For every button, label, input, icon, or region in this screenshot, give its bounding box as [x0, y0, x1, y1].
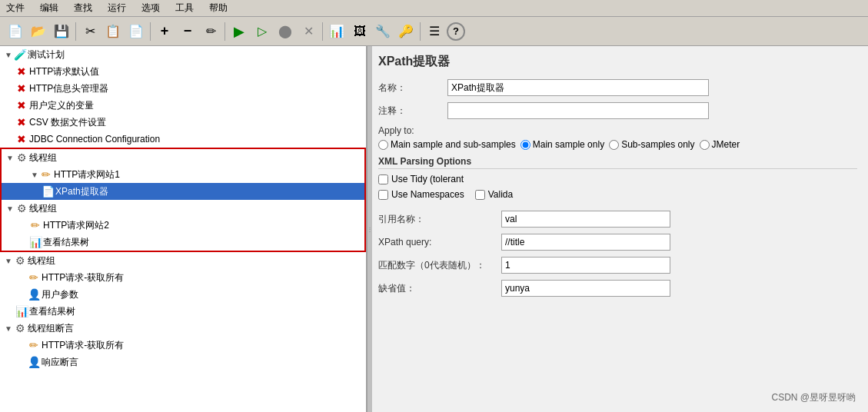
remove-button[interactable]: − [177, 21, 198, 42]
radio-sub-only[interactable]: Sub-samples only [609, 139, 694, 150]
radio-jmeter-input[interactable] [700, 140, 710, 150]
paste-button[interactable]: 📄 [125, 21, 147, 42]
thread-group-3-icon: ⚙ [14, 254, 26, 267]
tree-item-http-default[interactable]: ✖ HTTP请求默认值 [0, 63, 366, 80]
radio-sub-only-input[interactable] [609, 140, 619, 150]
http-site1-collapse-icon[interactable]: ▼ [29, 169, 40, 180]
match-num-row: 匹配数字（0代表随机）： [378, 257, 857, 274]
toolbar-separator-5 [420, 22, 421, 41]
use-tidy-row: Use Tidy (tolerant [378, 174, 857, 184]
toolbar-separator-1 [75, 22, 76, 41]
response-assertion-label: 响应断言 [42, 356, 78, 369]
result-tree-1-label: 查看结果树 [43, 236, 89, 249]
xpath-query-input[interactable] [501, 234, 670, 251]
use-ns-row: Use Namespaces Valida [378, 189, 857, 200]
thread-group-2-collapse-icon[interactable]: ▼ [5, 203, 15, 214]
tree-item-xpath[interactable]: 📄 XPath提取器 [2, 183, 364, 200]
help-button[interactable]: ? [447, 22, 465, 41]
csv-label: CSV 数据文件设置 [29, 116, 106, 129]
comment-label: 注释： [378, 105, 447, 118]
tree-item-http-site2[interactable]: ✏ HTTP请求网站2 [2, 217, 364, 234]
main-layout: ▼ 🧪 测试计划 ✖ HTTP请求默认值 ✖ HTTP信息头管理器 ✖ 用户定义… [0, 46, 868, 412]
edit-button[interactable]: ✏ [200, 21, 221, 42]
tree-item-http-site1[interactable]: ▼ ✏ HTTP请求网站1 [2, 166, 364, 183]
tool1-button[interactable]: 🔧 [372, 21, 394, 42]
http-site1-icon: ✏ [40, 168, 52, 181]
thread-group-3-collapse-icon[interactable]: ▼ [3, 255, 14, 266]
radio-main-sub[interactable]: Main sample and sub-samples [378, 139, 516, 150]
tree-item-thread-group-2[interactable]: ▼ ⚙ 线程组 [2, 200, 364, 217]
cut-button[interactable]: ✂ [79, 21, 101, 42]
stop-now-button[interactable]: ✕ [298, 21, 319, 42]
run-remote-button[interactable]: ▷ [251, 21, 273, 42]
ref-name-input[interactable] [501, 211, 670, 228]
radio-main-sub-input[interactable] [378, 140, 388, 150]
list-button[interactable]: ☰ [424, 21, 445, 42]
template-button[interactable]: 📊 [326, 21, 348, 42]
radio-main-only-input[interactable] [520, 140, 530, 150]
tree-item-thread-assertion[interactable]: ▼ ⚙ 线程组断言 [0, 320, 366, 337]
stop-button[interactable]: ⬤ [274, 21, 296, 42]
menu-file[interactable]: 文件 [3, 0, 28, 16]
apply-to-section: Apply to: Main sample and sub-samples Ma… [378, 125, 857, 150]
comment-input[interactable] [447, 102, 709, 119]
tree-item-http-header[interactable]: ✖ HTTP信息头管理器 [0, 80, 366, 97]
xpath-query-row: XPath query: [378, 234, 857, 251]
tree-root[interactable]: ▼ 🧪 测试计划 [0, 46, 366, 63]
tree-item-result-tree-2[interactable]: 📊 查看结果树 [0, 303, 366, 320]
http-site2-icon: ✏ [29, 219, 42, 231]
menu-help[interactable]: 帮助 [206, 0, 231, 16]
jdbc-label: JDBC Connection Configuration [29, 134, 160, 145]
menu-run[interactable]: 运行 [105, 0, 129, 16]
tree-item-result-tree-1[interactable]: 📊 查看结果树 [2, 234, 364, 251]
open-button[interactable]: 📂 [28, 21, 49, 42]
left-panel: ▼ 🧪 测试计划 ✖ HTTP请求默认值 ✖ HTTP信息头管理器 ✖ 用户定义… [0, 46, 367, 412]
toolbar-separator-3 [224, 22, 225, 41]
name-input[interactable] [447, 79, 709, 96]
menu-options[interactable]: 选项 [138, 0, 163, 16]
root-label: 测试计划 [28, 48, 65, 61]
thread-assertion-collapse-icon[interactable]: ▼ [3, 323, 14, 334]
apply-to-label: Apply to: [378, 125, 857, 136]
http-header-icon: ✖ [15, 82, 28, 95]
panel-title: XPath提取器 [378, 54, 857, 70]
tree-item-user-params[interactable]: 👤 用户参数 [0, 286, 366, 303]
tree-container[interactable]: ▼ 🧪 测试计划 ✖ HTTP请求默认值 ✖ HTTP信息头管理器 ✖ 用户定义… [0, 46, 366, 412]
tree-item-thread-group-1[interactable]: ▼ ⚙ 线程组 [2, 149, 364, 166]
tree-item-thread-group-3[interactable]: ▼ ⚙ 线程组 [0, 252, 366, 269]
menu-edit[interactable]: 编辑 [37, 0, 62, 16]
save-button[interactable]: 💾 [51, 21, 72, 42]
tree-item-jdbc[interactable]: ✖ JDBC Connection Configuration [0, 131, 366, 148]
use-ns-checkbox[interactable] [378, 190, 388, 200]
use-ns-label: Use Namespaces [391, 189, 464, 200]
thread-assertion-label: 线程组断言 [28, 322, 74, 335]
run-button[interactable]: ▶ [228, 21, 250, 42]
http-default-icon: ✖ [15, 65, 28, 78]
radio-jmeter[interactable]: JMeter [700, 139, 740, 150]
http-fetch-label: HTTP请求-获取所有 [42, 271, 124, 284]
toolbar: 📄 📂 💾 ✂ 📋 📄 + − ✏ ▶ ▷ ⬤ ✕ 📊 🖼 🔧 🔑 ☰ ? [0, 17, 868, 46]
validate-checkbox[interactable] [475, 190, 485, 200]
root-collapse-icon[interactable]: ▼ [3, 49, 14, 60]
thread-group-1-collapse-icon[interactable]: ▼ [5, 152, 15, 163]
use-tidy-checkbox[interactable] [378, 174, 388, 184]
tree-item-http-fetch[interactable]: ✏ HTTP请求-获取所有 [0, 269, 366, 286]
thread-assertion-icon: ⚙ [14, 322, 26, 334]
radio-main-only[interactable]: Main sample only [520, 139, 604, 150]
tool2-button[interactable]: 🔑 [395, 21, 417, 42]
root-icon: 🧪 [14, 48, 26, 61]
match-num-input[interactable] [501, 257, 670, 274]
tree-item-user-vars[interactable]: ✖ 用户定义的变量 [0, 97, 366, 114]
http-fetch-icon: ✏ [28, 271, 40, 284]
new-button[interactable]: 📄 [5, 21, 26, 42]
add-button[interactable]: + [154, 21, 175, 42]
menu-find[interactable]: 查找 [71, 0, 95, 16]
tree-item-http-fetch-2[interactable]: ✏ HTTP请求-获取所有 [0, 337, 366, 354]
image-button[interactable]: 🖼 [349, 21, 371, 42]
copy-button[interactable]: 📋 [102, 21, 124, 42]
tree-item-csv[interactable]: ✖ CSV 数据文件设置 [0, 114, 366, 131]
default-input[interactable] [501, 280, 670, 297]
tree-item-response-assertion[interactable]: 👤 响应断言 [0, 354, 366, 370]
apply-to-radio-group: Main sample and sub-samples Main sample … [378, 139, 857, 150]
menu-tools[interactable]: 工具 [172, 0, 197, 16]
